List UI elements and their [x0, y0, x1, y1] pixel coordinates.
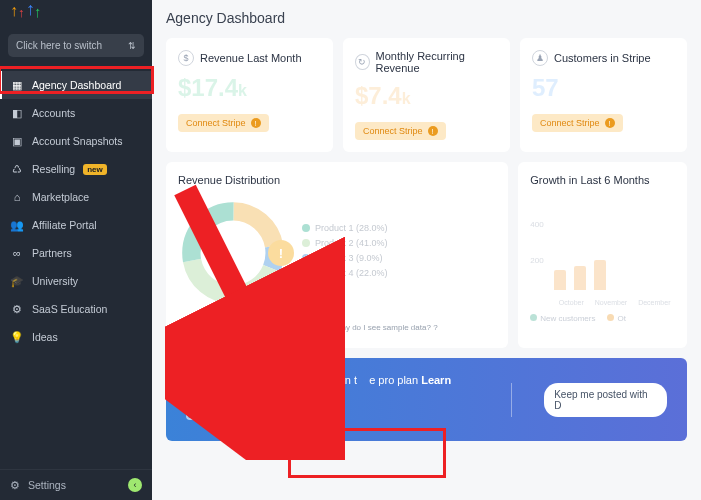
- nav-label: Marketplace: [32, 191, 89, 203]
- new-badge: new: [83, 164, 107, 175]
- collapse-icon[interactable]: ‹: [128, 478, 142, 492]
- banner-text: SaaS Mode is Live on t h e pro plan Lear…: [244, 374, 479, 425]
- alert-icon: !: [251, 118, 261, 128]
- logo: ↑ ↑ ↑ ↑: [0, 0, 152, 28]
- switcher-label: Click here to switch: [16, 40, 102, 51]
- sidebar-item-snapshots[interactable]: ▣ Account Snapshots: [0, 127, 152, 155]
- kpi-value: $17.4k: [178, 74, 321, 102]
- charts-row: Revenue Distribution ! Product 1 (28.0%)…: [166, 162, 687, 348]
- accounts-icon: ◧: [10, 106, 24, 120]
- page-title: Agency Dashboard: [166, 10, 687, 26]
- growth-legend: New customers Ot: [530, 314, 675, 323]
- nav-label: Account Snapshots: [32, 135, 122, 147]
- university-icon: 🎓: [10, 274, 24, 288]
- nav: ▦ Agency Dashboard ◧ Accounts ▣ Account …: [0, 71, 152, 469]
- help-icon[interactable]: ?: [433, 323, 437, 332]
- nav-label: Agency Dashboard: [32, 79, 121, 91]
- growth-card: Growth in Last 6 Months 400 200 October …: [518, 162, 687, 348]
- marketplace-icon: ⌂: [10, 190, 24, 204]
- sidebar-item-reselling[interactable]: ♺ Reselling new: [0, 155, 152, 183]
- revenue-distribution-card: Revenue Distribution ! Product 1 (28.0%)…: [166, 162, 508, 348]
- affiliate-icon: 👥: [10, 218, 24, 232]
- sidebar: ↑ ↑ ↑ ↑ Click here to switch ⇅ ▦ Agency …: [0, 0, 152, 500]
- divider: [511, 383, 512, 417]
- nav-label: Settings: [28, 479, 66, 491]
- alert-badge-icon: !: [268, 240, 294, 266]
- kpi-title: Monthly Recurring Revenue: [376, 50, 498, 74]
- snapshot-icon: ▣: [10, 134, 24, 148]
- svg-rect-4: [196, 390, 216, 410]
- donut-chart: !: [178, 198, 288, 308]
- alert-icon: !: [428, 126, 438, 136]
- nav-label: University: [32, 275, 78, 287]
- sample-data-hint[interactable]: Why do I see sample data?: [334, 323, 431, 332]
- chevron-updown-icon: ⇅: [128, 41, 136, 51]
- kpi-mrr: ↻Monthly Recurring Revenue $7.4k Connect…: [343, 38, 510, 152]
- kpi-revenue-last-month: $Revenue Last Month $17.4k Connect Strip…: [166, 38, 333, 152]
- nav-label: Affiliate Portal: [32, 219, 97, 231]
- kpi-title: Revenue Last Month: [200, 52, 302, 64]
- sidebar-item-university[interactable]: 🎓 University: [0, 267, 152, 295]
- gear-icon: ⚙: [10, 479, 20, 491]
- upgrade-now-button[interactable]: Upgrade Now›: [244, 404, 336, 425]
- recurring-icon: ↻: [355, 54, 370, 70]
- main-content: Agency Dashboard $Revenue Last Month $17…: [152, 0, 701, 500]
- bar-chart: 400 200 October November December: [530, 198, 675, 308]
- nav-label: Ideas: [32, 331, 58, 343]
- chart-legend: Product 1 (28.0%) Product 2 (41.0%) Prod…: [302, 223, 388, 283]
- banner-document-icon: [186, 380, 226, 420]
- upgrade-banner: SaaS Mode is Live on t h e pro plan Lear…: [166, 358, 687, 441]
- alert-icon: !: [605, 118, 615, 128]
- reselling-icon: ♺: [10, 162, 24, 176]
- nav-label: SaaS Education: [32, 303, 107, 315]
- sidebar-item-ideas[interactable]: 💡 Ideas: [0, 323, 152, 351]
- partners-icon: ∞: [10, 246, 24, 260]
- nav-label: Reselling: [32, 163, 75, 175]
- chevron-right-icon: ›: [320, 409, 323, 420]
- connect-stripe-button[interactable]: Connect Stripe!: [237, 318, 328, 336]
- chart-title: Revenue Distribution: [178, 174, 496, 186]
- keep-posted-button[interactable]: Keep me posted with D: [544, 383, 667, 417]
- account-switcher[interactable]: Click here to switch ⇅: [8, 34, 144, 57]
- connect-stripe-button[interactable]: Connect Stripe!: [178, 114, 269, 132]
- kpi-value: 57: [532, 74, 675, 102]
- connect-stripe-button[interactable]: Connect Stripe!: [532, 114, 623, 132]
- saas-edu-icon: ⚙: [10, 302, 24, 316]
- sidebar-item-saas-education[interactable]: ⚙ SaaS Education: [0, 295, 152, 323]
- sidebar-item-marketplace[interactable]: ⌂ Marketplace: [0, 183, 152, 211]
- connect-stripe-button[interactable]: Connect Stripe!: [355, 122, 446, 140]
- kpi-row: $Revenue Last Month $17.4k Connect Strip…: [166, 38, 687, 152]
- kpi-value: $7.4k: [355, 82, 498, 110]
- chart-title: Growth in Last 6 Months: [530, 174, 675, 186]
- nav-label: Partners: [32, 247, 72, 259]
- sidebar-item-partners[interactable]: ∞ Partners: [0, 239, 152, 267]
- ideas-icon: 💡: [10, 330, 24, 344]
- sidebar-item-agency-dashboard[interactable]: ▦ Agency Dashboard: [0, 71, 152, 99]
- kpi-title: Customers in Stripe: [554, 52, 651, 64]
- sidebar-item-settings[interactable]: ⚙ Settings ‹: [0, 469, 152, 500]
- dollar-icon: $: [178, 50, 194, 66]
- nav-label: Accounts: [32, 107, 75, 119]
- dashboard-icon: ▦: [10, 78, 24, 92]
- kpi-customers: ♟Customers in Stripe 57 Connect Stripe!: [520, 38, 687, 152]
- alert-icon: !: [309, 322, 319, 332]
- user-icon: ♟: [532, 50, 548, 66]
- sidebar-item-accounts[interactable]: ◧ Accounts: [0, 99, 152, 127]
- sidebar-item-affiliate[interactable]: 👥 Affiliate Portal: [0, 211, 152, 239]
